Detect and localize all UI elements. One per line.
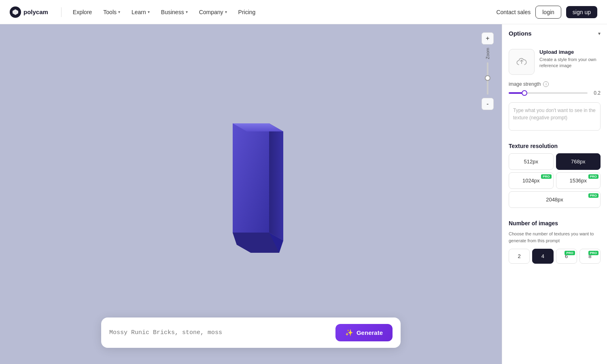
- strength-info-icon[interactable]: i: [543, 81, 549, 87]
- zoom-track: [487, 62, 488, 95]
- zoom-slider[interactable]: Zoom: [485, 48, 490, 95]
- count-8[interactable]: 8 PRO: [579, 249, 601, 264]
- strength-slider-track[interactable]: [509, 92, 588, 94]
- nav-business[interactable]: Business ▾: [156, 6, 193, 18]
- count-2[interactable]: 2: [509, 249, 530, 264]
- strength-slider-thumb: [522, 90, 527, 96]
- tools-chevron-icon: ▾: [118, 10, 120, 14]
- num-images-desc: Choose the number of textures you want t…: [502, 231, 607, 249]
- navbar: polycam Explore Tools ▾ Learn ▾ Business…: [0, 0, 607, 24]
- texture-resolution-title: Texture resolution: [502, 137, 607, 153]
- texture-resolution-grid: 512px 768px 1024px PRO 1536px PRO 2048px…: [502, 153, 607, 214]
- signup-button[interactable]: sign up: [566, 6, 597, 18]
- options-header[interactable]: Options ▾: [502, 24, 607, 42]
- logo-text: polycam: [23, 8, 48, 15]
- strength-label-row: image strength i: [509, 81, 601, 87]
- prompt-area: ✨ Generate: [101, 317, 401, 348]
- res-768[interactable]: 768px: [556, 153, 601, 170]
- strength-value: 0.2: [591, 90, 601, 96]
- nav-right: Contact sales login sign up: [496, 6, 597, 19]
- right-panel: Options ▾ Upload image Create a style fr…: [502, 24, 607, 364]
- nav-company[interactable]: Company ▾: [194, 6, 232, 18]
- main-container: + Zoom - ✨ Generate Options ▾: [0, 24, 607, 364]
- count-4[interactable]: 4: [532, 249, 553, 264]
- nav-explore[interactable]: Explore: [68, 6, 97, 18]
- res-1024[interactable]: 1024px PRO: [509, 172, 554, 189]
- zoom-control: + Zoom -: [482, 32, 494, 110]
- nav-pricing[interactable]: Pricing: [233, 6, 261, 18]
- res-1536[interactable]: 1536px PRO: [556, 172, 601, 189]
- zoom-out-button[interactable]: -: [482, 98, 494, 110]
- zoom-thumb: [485, 75, 490, 81]
- nav-tools[interactable]: Tools ▾: [98, 6, 125, 18]
- num-images-grid: 2 4 6 PRO 8 PRO: [502, 249, 607, 270]
- prompt-input[interactable]: [109, 329, 331, 336]
- nav-links: Explore Tools ▾ Learn ▾ Business ▾ Compa…: [68, 6, 497, 18]
- options-title: Options: [509, 30, 532, 37]
- pro-badge-2048: PRO: [588, 193, 599, 198]
- logo-icon: [10, 6, 21, 18]
- res-512[interactable]: 512px: [509, 153, 554, 170]
- pro-badge-1024: PRO: [541, 174, 551, 179]
- pro-badge-8: PRO: [588, 251, 599, 255]
- zoom-in-button[interactable]: +: [482, 32, 494, 44]
- num-images-title: Number of images: [502, 214, 607, 231]
- pro-badge-1536: PRO: [588, 174, 599, 179]
- upload-desc: Create a style from your own reference i…: [539, 57, 601, 69]
- options-chevron-icon: ▾: [598, 31, 601, 36]
- pro-badge-6: PRO: [565, 251, 575, 255]
- canvas-area: + Zoom - ✨ Generate: [0, 24, 502, 364]
- business-chevron-icon: ▾: [186, 10, 188, 14]
- strength-slider-row: 0.2: [509, 90, 601, 96]
- upload-box[interactable]: [509, 49, 535, 75]
- generate-icon: ✨: [345, 329, 353, 336]
- res-2048[interactable]: 2048px PRO: [509, 191, 601, 208]
- nav-divider: [61, 7, 62, 17]
- negative-prompt-placeholder: Type what you don't want to see in the t…: [513, 107, 596, 121]
- strength-label-text: image strength: [509, 81, 541, 87]
- upload-cloud-icon: [516, 56, 527, 68]
- logo-link[interactable]: polycam: [10, 6, 48, 18]
- 3d-shape-preview: [212, 99, 289, 253]
- login-button[interactable]: login: [535, 6, 561, 19]
- negative-prompt-area[interactable]: Type what you don't want to see in the t…: [509, 102, 601, 131]
- count-6[interactable]: 6 PRO: [556, 249, 577, 264]
- nav-learn[interactable]: Learn ▾: [127, 6, 155, 18]
- learn-chevron-icon: ▾: [148, 10, 150, 14]
- upload-title: Upload image: [539, 49, 601, 55]
- zoom-label: Zoom: [485, 48, 490, 59]
- svg-marker-0: [233, 123, 269, 233]
- svg-marker-1: [269, 123, 283, 241]
- image-strength-section: image strength i 0.2: [502, 81, 607, 102]
- contact-sales-link[interactable]: Contact sales: [496, 9, 531, 15]
- generate-label: Generate: [357, 329, 383, 336]
- upload-section: Upload image Create a style from your ow…: [502, 42, 607, 81]
- generate-button[interactable]: ✨ Generate: [335, 324, 393, 341]
- company-chevron-icon: ▾: [225, 10, 227, 14]
- upload-info: Upload image Create a style from your ow…: [539, 49, 601, 69]
